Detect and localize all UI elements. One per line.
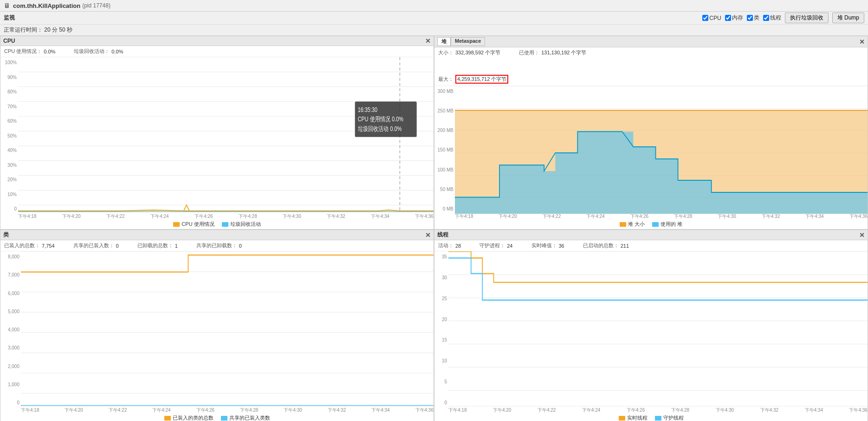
heap-panel-header: 堆 Metaspace ✕: [434, 36, 868, 47]
heap-panel-stats: 大小： 332,398,592 个字节 已使用： 131,130,192 个字节…: [434, 47, 868, 86]
classes-shared-unloaded-stat: 共享的已卸载数： 0: [196, 242, 242, 249]
threads-active-label: 活动：: [438, 242, 453, 249]
gc-activity-stat: 垃圾回收活动： 0.0%: [74, 48, 123, 55]
classes-unloaded-label: 已卸载的总数：: [137, 242, 173, 249]
heap-chart-svg: [455, 86, 868, 220]
heap-used-label: 已使用：: [519, 49, 539, 56]
classes-chart-svg: [21, 251, 434, 414]
classes-unloaded-value: 1: [175, 243, 178, 249]
cb-thread-group[interactable]: 线程: [763, 14, 781, 22]
cpu-chart-svg: 16:35:30 CPU 使用情况 0.0% 垃圾回收活动 0.0%: [18, 57, 434, 220]
cpu-legend: CPU 使用情况 垃圾回收活动: [0, 220, 434, 229]
uptime-value: 20 分 50 秒: [44, 26, 72, 33]
svg-text:垃圾回收活动  0.0%: 垃圾回收活动 0.0%: [357, 125, 402, 133]
uptime-bar: 正常运行时间： 20 分 50 秒: [0, 25, 868, 36]
heap-size-legend: 堆 大小: [620, 221, 645, 228]
threads-total-value: 211: [621, 243, 629, 249]
classes-shared-legend: 共享的已装入类数: [221, 414, 270, 421]
heap-max-stat: 最大： 4,259,315,712 个字节: [438, 75, 864, 84]
gc-legend-label: 垃圾回收活动: [230, 221, 261, 228]
threads-panel-stats: 活动： 28 守护进程： 24 实时峰值： 36 已启动的总数： 211: [434, 240, 868, 251]
threads-legend: 实时线程 守护线程: [434, 414, 868, 421]
cb-mem[interactable]: [725, 15, 731, 21]
threads-daemon-stat: 守护进程： 24: [479, 242, 512, 249]
classes-chart-wrapper: 8,000 7,000 6,000 5,000 4,000 3,000 2,00…: [0, 251, 434, 414]
threads-panel: 线程 ✕ 活动： 28 守护进程： 24 实时峰值： 36 已启动的总数： 21…: [434, 230, 868, 421]
threads-peak-label: 实时峰值：: [531, 242, 557, 249]
classes-unloaded-stat: 已卸载的总数： 1: [137, 242, 178, 249]
cpu-usage-label: CPU 使用情况：: [4, 48, 42, 55]
cpu-legend-label: CPU 使用情况: [181, 221, 214, 228]
monitor-label: 监视: [4, 14, 15, 22]
cb-cpu-group[interactable]: CPU: [702, 15, 721, 21]
cb-thread[interactable]: [763, 15, 769, 21]
gc-activity-value: 0.0%: [111, 49, 123, 54]
cb-mem-group[interactable]: 内存: [725, 14, 743, 22]
threads-daemon-legend: 守护线程: [655, 414, 684, 421]
threads-total-label: 已启动的总数：: [583, 242, 619, 249]
heap-used-legend: 使用的 堆: [652, 221, 682, 228]
threads-panel-close[interactable]: ✕: [859, 231, 865, 239]
classes-shared-loaded-label: 共享的已装入数：: [73, 242, 114, 249]
svg-text:CPU 使用情况  0.0%: CPU 使用情况 0.0%: [358, 115, 403, 123]
cb-class[interactable]: [747, 15, 753, 21]
cpu-panel-stats: CPU 使用情况： 0.0% 垃圾回收活动： 0.0%: [0, 46, 434, 57]
heap-tab[interactable]: 堆: [437, 37, 451, 46]
cb-cpu[interactable]: [702, 15, 708, 21]
heap-max-label: 最大：: [438, 76, 453, 83]
cpu-usage-stat: CPU 使用情况： 0.0%: [4, 48, 55, 55]
threads-daemon-label: 守护进程：: [479, 242, 505, 249]
heap-panel-close[interactable]: ✕: [859, 38, 865, 46]
classes-panel-title: 类: [3, 231, 9, 239]
heap-legend: 堆 大小 使用的 堆: [434, 220, 868, 229]
dump-button[interactable]: 堆 Dump: [832, 13, 864, 23]
threads-chart-wrapper: 35 30 25 20 15 10 5 0: [434, 251, 868, 414]
classes-shared-unloaded-value: 0: [239, 243, 242, 249]
toolbar: 监视 CPU 内存 类 线程 执行垃圾回收 堆 Dump: [0, 12, 868, 25]
classes-loaded-stat: 已装入的总数： 7,754: [4, 242, 55, 249]
heap-panel: 堆 Metaspace ✕ 大小： 332,398,592 个字节 已使用： 1…: [434, 36, 868, 230]
uptime-label: 正常运行时间：: [4, 26, 43, 33]
threads-panel-title: 线程: [437, 231, 448, 239]
app-title: com.thh.KillApplication: [13, 2, 80, 9]
cpu-usage-value: 0.0%: [44, 49, 55, 54]
heap-size-value: 332,398,592 个字节: [455, 49, 500, 56]
threads-panel-header: 线程 ✕: [434, 230, 868, 240]
heap-chart-wrapper: 300 MB 250 MB 200 MB 150 MB 100 MB 50 MB…: [434, 86, 868, 220]
gc-legend-color: [222, 222, 228, 227]
classes-shared-loaded-value: 0: [116, 243, 119, 249]
metaspace-tab[interactable]: Metaspace: [451, 37, 485, 46]
threads-peak-value: 36: [559, 243, 564, 249]
cpu-legend-cpu: CPU 使用情况: [173, 221, 214, 228]
classes-legend: 已装入的类的总数 共享的已装入类数: [0, 414, 434, 421]
classes-loaded-label: 已装入的总数：: [4, 242, 40, 249]
classes-panel-header: 类 ✕: [0, 230, 434, 240]
cpu-chart-wrapper: 100% 90% 80% 70% 60% 50% 40% 30% 20% 10%…: [0, 57, 434, 220]
heap-max-value: 4,259,315,712 个字节: [455, 75, 508, 84]
threads-active-stat: 活动： 28: [438, 242, 461, 249]
cpu-panel-close[interactable]: ✕: [425, 37, 431, 45]
classes-panel-close[interactable]: ✕: [425, 231, 431, 239]
classes-shared-unloaded-label: 共享的已卸载数：: [196, 242, 237, 249]
svg-text:16:35:30: 16:35:30: [358, 105, 377, 113]
gc-button[interactable]: 执行垃圾回收: [785, 13, 829, 23]
pid: (pid 17748): [82, 2, 110, 9]
heap-used-stat: 已使用： 131,130,192 个字节: [519, 49, 586, 56]
cpu-legend-color: [173, 222, 180, 227]
gc-activity-label: 垃圾回收活动：: [74, 48, 110, 55]
main-grid: CPU ✕ CPU 使用情况： 0.0% 垃圾回收活动： 0.0% 100% 9…: [0, 36, 868, 421]
cpu-legend-gc: 垃圾回收活动: [222, 221, 261, 228]
threads-active-value: 28: [455, 243, 461, 249]
toolbar-right: CPU 内存 类 线程 执行垃圾回收 堆 Dump: [702, 13, 864, 23]
threads-peak-stat: 实时峰值： 36: [531, 242, 564, 249]
cpu-panel-title: CPU: [3, 38, 15, 44]
cb-class-label: 类: [754, 14, 759, 22]
heap-size-label: 大小：: [438, 49, 453, 56]
classes-loaded-value: 7,754: [42, 243, 55, 249]
cpu-panel-header: CPU ✕: [0, 36, 434, 46]
classes-panel: 类 ✕ 已装入的总数： 7,754 共享的已装入数： 0 已卸载的总数： 1 共…: [0, 230, 434, 421]
classes-panel-stats: 已装入的总数： 7,754 共享的已装入数： 0 已卸载的总数： 1 共享的已卸…: [0, 240, 434, 251]
cb-class-group[interactable]: 类: [747, 14, 759, 22]
threads-chart-svg: [448, 251, 868, 414]
cpu-panel: CPU ✕ CPU 使用情况： 0.0% 垃圾回收活动： 0.0% 100% 9…: [0, 36, 434, 230]
